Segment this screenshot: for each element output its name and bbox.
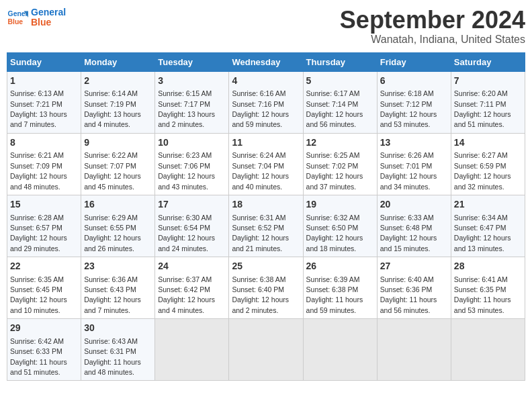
day-number: 3 (158, 75, 226, 88)
day-info: Sunrise: 6:29 AM Sunset: 6:55 PM Dayligh… (84, 214, 141, 253)
calendar-week-row: 8Sunrise: 6:21 AM Sunset: 7:09 PM Daylig… (7, 133, 525, 195)
day-info: Sunrise: 6:35 AM Sunset: 6:45 PM Dayligh… (10, 275, 67, 314)
day-number: 9 (84, 136, 152, 150)
weekday-header-sunday: Sunday (7, 52, 81, 71)
calendar-cell: 23Sunrise: 6:36 AM Sunset: 6:43 PM Dayli… (81, 257, 155, 319)
day-number: 22 (10, 260, 78, 273)
calendar-cell: 27Sunrise: 6:40 AM Sunset: 6:36 PM Dayli… (377, 257, 451, 319)
day-info: Sunrise: 6:20 AM Sunset: 7:11 PM Dayligh… (454, 89, 511, 128)
day-number: 15 (10, 198, 78, 212)
day-info: Sunrise: 6:42 AM Sunset: 6:33 PM Dayligh… (10, 337, 67, 376)
calendar-cell (377, 319, 451, 381)
calendar-cell: 8Sunrise: 6:21 AM Sunset: 7:09 PM Daylig… (7, 133, 81, 195)
day-number: 8 (10, 136, 78, 150)
weekday-header-row: SundayMondayTuesdayWednesdayThursdayFrid… (7, 52, 525, 71)
weekday-header-tuesday: Tuesday (155, 52, 229, 71)
weekday-header-monday: Monday (81, 52, 155, 71)
day-info: Sunrise: 6:13 AM Sunset: 7:21 PM Dayligh… (10, 89, 67, 128)
calendar-week-row: 1Sunrise: 6:13 AM Sunset: 7:21 PM Daylig… (7, 71, 525, 133)
calendar-cell: 26Sunrise: 6:39 AM Sunset: 6:38 PM Dayli… (303, 257, 377, 319)
day-info: Sunrise: 6:18 AM Sunset: 7:12 PM Dayligh… (380, 89, 437, 128)
calendar-cell: 1Sunrise: 6:13 AM Sunset: 7:21 PM Daylig… (7, 71, 81, 133)
calendar-cell: 30Sunrise: 6:43 AM Sunset: 6:31 PM Dayli… (81, 319, 155, 381)
weekday-header-saturday: Saturday (451, 52, 525, 71)
location-subtitle: Wanatah, Indiana, United States (340, 34, 525, 46)
day-number: 10 (158, 136, 226, 150)
day-number: 18 (232, 198, 300, 212)
calendar-cell (451, 319, 525, 381)
day-info: Sunrise: 6:23 AM Sunset: 7:06 PM Dayligh… (158, 151, 215, 190)
day-info: Sunrise: 6:34 AM Sunset: 6:47 PM Dayligh… (454, 214, 511, 253)
day-info: Sunrise: 6:40 AM Sunset: 6:36 PM Dayligh… (380, 275, 437, 314)
calendar-cell: 21Sunrise: 6:34 AM Sunset: 6:47 PM Dayli… (451, 195, 525, 257)
calendar-cell: 17Sunrise: 6:30 AM Sunset: 6:54 PM Dayli… (155, 195, 229, 257)
weekday-header-wednesday: Wednesday (229, 52, 303, 71)
day-info: Sunrise: 6:17 AM Sunset: 7:14 PM Dayligh… (306, 89, 363, 128)
calendar-week-row: 22Sunrise: 6:35 AM Sunset: 6:45 PM Dayli… (7, 257, 525, 319)
calendar-cell: 18Sunrise: 6:31 AM Sunset: 6:52 PM Dayli… (229, 195, 303, 257)
day-number: 30 (84, 322, 152, 335)
calendar-cell: 9Sunrise: 6:22 AM Sunset: 7:07 PM Daylig… (81, 133, 155, 195)
calendar-cell (155, 319, 229, 381)
day-number: 11 (232, 136, 300, 150)
calendar-cell: 2Sunrise: 6:14 AM Sunset: 7:19 PM Daylig… (81, 71, 155, 133)
calendar-cell: 25Sunrise: 6:38 AM Sunset: 6:40 PM Dayli… (229, 257, 303, 319)
day-number: 19 (306, 198, 374, 212)
calendar-cell: 11Sunrise: 6:24 AM Sunset: 7:04 PM Dayli… (229, 133, 303, 195)
day-info: Sunrise: 6:28 AM Sunset: 6:57 PM Dayligh… (10, 214, 67, 253)
weekday-header-thursday: Thursday (303, 52, 377, 71)
svg-text:Blue: Blue (8, 18, 24, 26)
calendar-cell: 16Sunrise: 6:29 AM Sunset: 6:55 PM Dayli… (81, 195, 155, 257)
day-number: 6 (380, 75, 448, 88)
calendar-cell: 7Sunrise: 6:20 AM Sunset: 7:11 PM Daylig… (451, 71, 525, 133)
day-info: Sunrise: 6:25 AM Sunset: 7:02 PM Dayligh… (306, 151, 363, 190)
calendar-week-row: 15Sunrise: 6:28 AM Sunset: 6:57 PM Dayli… (7, 195, 525, 257)
day-number: 14 (454, 136, 522, 150)
calendar-cell: 6Sunrise: 6:18 AM Sunset: 7:12 PM Daylig… (377, 71, 451, 133)
weekday-header-friday: Friday (377, 52, 451, 71)
day-info: Sunrise: 6:15 AM Sunset: 7:17 PM Dayligh… (158, 89, 215, 128)
day-info: Sunrise: 6:33 AM Sunset: 6:48 PM Dayligh… (380, 214, 437, 253)
day-info: Sunrise: 6:43 AM Sunset: 6:31 PM Dayligh… (84, 337, 141, 376)
calendar-cell: 12Sunrise: 6:25 AM Sunset: 7:02 PM Dayli… (303, 133, 377, 195)
day-info: Sunrise: 6:38 AM Sunset: 6:40 PM Dayligh… (232, 275, 289, 314)
calendar-header: SundayMondayTuesdayWednesdayThursdayFrid… (7, 52, 525, 71)
calendar-cell: 24Sunrise: 6:37 AM Sunset: 6:42 PM Dayli… (155, 257, 229, 319)
day-info: Sunrise: 6:27 AM Sunset: 6:59 PM Dayligh… (454, 151, 511, 190)
day-info: Sunrise: 6:26 AM Sunset: 7:01 PM Dayligh… (380, 151, 437, 190)
calendar-cell (303, 319, 377, 381)
day-info: Sunrise: 6:36 AM Sunset: 6:43 PM Dayligh… (84, 275, 141, 314)
day-info: Sunrise: 6:30 AM Sunset: 6:54 PM Dayligh… (158, 214, 215, 253)
page-header: General Blue General Blue September 2024… (7, 7, 525, 46)
day-info: Sunrise: 6:32 AM Sunset: 6:50 PM Dayligh… (306, 214, 363, 253)
title-block: September 2024 Wanatah, Indiana, United … (340, 7, 525, 46)
day-info: Sunrise: 6:39 AM Sunset: 6:38 PM Dayligh… (306, 275, 363, 314)
day-info: Sunrise: 6:16 AM Sunset: 7:16 PM Dayligh… (232, 89, 289, 128)
day-number: 23 (84, 260, 152, 273)
day-number: 28 (454, 260, 522, 273)
day-info: Sunrise: 6:24 AM Sunset: 7:04 PM Dayligh… (232, 151, 289, 190)
calendar-cell: 5Sunrise: 6:17 AM Sunset: 7:14 PM Daylig… (303, 71, 377, 133)
calendar-table: SundayMondayTuesdayWednesdayThursdayFrid… (7, 52, 525, 381)
calendar-cell: 28Sunrise: 6:41 AM Sunset: 6:35 PM Dayli… (451, 257, 525, 319)
day-number: 20 (380, 198, 448, 212)
day-number: 4 (232, 75, 300, 88)
calendar-cell: 13Sunrise: 6:26 AM Sunset: 7:01 PM Dayli… (377, 133, 451, 195)
calendar-cell: 4Sunrise: 6:16 AM Sunset: 7:16 PM Daylig… (229, 71, 303, 133)
day-number: 7 (454, 75, 522, 88)
calendar-cell: 15Sunrise: 6:28 AM Sunset: 6:57 PM Dayli… (7, 195, 81, 257)
day-number: 5 (306, 75, 374, 88)
day-number: 1 (10, 75, 78, 88)
month-year-title: September 2024 (340, 7, 525, 34)
calendar-cell (229, 319, 303, 381)
day-number: 12 (306, 136, 374, 150)
logo-icon: General Blue (7, 7, 28, 28)
day-info: Sunrise: 6:41 AM Sunset: 6:35 PM Dayligh… (454, 275, 511, 314)
calendar-cell: 14Sunrise: 6:27 AM Sunset: 6:59 PM Dayli… (451, 133, 525, 195)
calendar-cell: 29Sunrise: 6:42 AM Sunset: 6:33 PM Dayli… (7, 319, 81, 381)
day-number: 16 (84, 198, 152, 212)
day-number: 25 (232, 260, 300, 273)
calendar-cell: 19Sunrise: 6:32 AM Sunset: 6:50 PM Dayli… (303, 195, 377, 257)
day-info: Sunrise: 6:21 AM Sunset: 7:09 PM Dayligh… (10, 151, 67, 190)
logo: General Blue General Blue (7, 7, 66, 28)
